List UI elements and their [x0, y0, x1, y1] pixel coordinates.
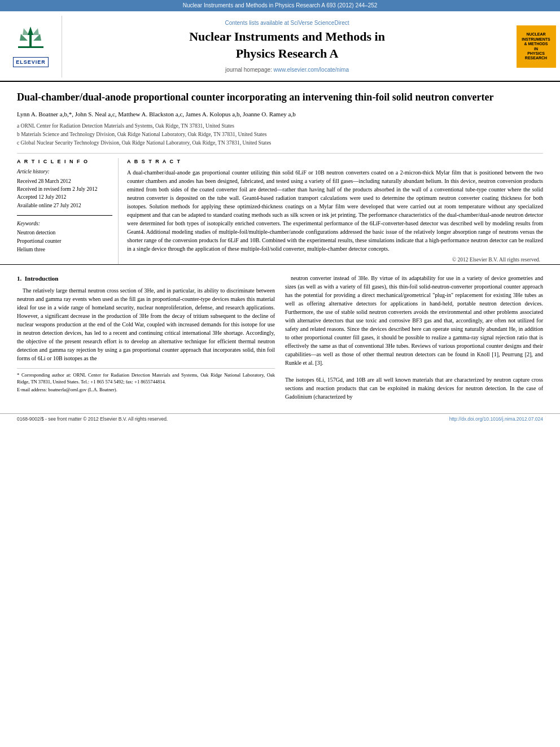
history-label: Article history: [17, 168, 112, 176]
section1-title: Introduction [25, 275, 59, 282]
svg-marker-5 [23, 28, 29, 35]
copyright-line: © 2012 Elsevier B.V. All rights reserved… [127, 256, 543, 264]
keywords-label: Keywords: [17, 220, 112, 228]
revised-date: Received in revised form 2 July 2012 [17, 186, 112, 193]
keyword-2: Proportional counter [17, 237, 112, 246]
paper-title: Dual-chamber/dual-anode proportional cou… [17, 91, 543, 104]
received-date: Received 28 March 2012 [17, 178, 112, 185]
journal-title-line1: Nuclear Instruments and Methods in [68, 29, 506, 44]
bottom-copyright: 0168-9002/$ - see front matter © 2012 El… [17, 416, 168, 423]
top-bar: Nuclear Instruments and Methods in Physi… [0, 0, 560, 11]
article-info-abstract: A R T I C L E I N F O Article history: R… [17, 153, 543, 264]
journal-badge-block: NUCLEAR INSTRUMENTS & METHODS IN PHYSICS… [512, 16, 560, 77]
elsevier-wordmark: ELSEVIER [13, 57, 49, 68]
journal-badge: NUCLEAR INSTRUMENTS & METHODS IN PHYSICS… [517, 25, 556, 68]
bottom-bar: 0168-9002/$ - see front matter © 2012 El… [0, 413, 560, 425]
journal-header: ELSEVIER Contents lists available at Sci… [0, 11, 560, 82]
bottom-doi[interactable]: http://dx.doi.org/10.1016/j.nima.2012.07… [449, 416, 543, 423]
article-info-label: A R T I C L E I N F O [17, 158, 112, 165]
authors-text: Lynn A. Boatner a,b,*, John S. Neal a,c,… [17, 111, 296, 117]
email-footnote: E-mail address: boatnerla@ornl.gov (L.A.… [17, 387, 275, 394]
paper-section: Dual-chamber/dual-anode proportional cou… [0, 82, 560, 264]
svg-marker-6 [32, 28, 39, 35]
svg-marker-1 [28, 27, 33, 35]
keyword-3: Helium three [17, 246, 112, 254]
sciverse-text: Contents lists available at SciVerse Sci… [68, 19, 506, 27]
svg-rect-0 [18, 46, 43, 48]
homepage-label: journal homepage: [225, 67, 272, 73]
authors-line: Lynn A. Boatner a,b,*, John S. Neal a,c,… [17, 110, 543, 119]
corresponding-footnote: * Corresponding author at: ORNL Center f… [17, 372, 275, 386]
affiliation-c: c Global Nuclear Security Technology Div… [17, 139, 543, 147]
abstract-label: A B S T R A C T [127, 158, 543, 165]
affiliations: a ORNL Center for Radiation Detection Ma… [17, 122, 543, 147]
section1-number: 1. [17, 275, 21, 282]
affiliation-b: b Materials Science and Technology Divis… [17, 130, 543, 138]
body-columns: 1. Introduction The relatively large the… [17, 274, 543, 404]
homepage-url[interactable]: www.elsevier.com/locate/nima [274, 67, 349, 73]
elsevier-logo-block: ELSEVIER [0, 16, 62, 77]
keywords-list: Neutron detection Proportional counter H… [17, 229, 112, 255]
keyword-1: Neutron detection [17, 229, 112, 237]
keywords-section: Keywords: Neutron detection Proportional… [17, 220, 112, 255]
section1-left-text: The relatively large thermal neutron cro… [17, 286, 275, 362]
journal-title-block: Contents lists available at SciVerse Sci… [62, 16, 512, 77]
badge-text: NUCLEAR INSTRUMENTS & METHODS IN PHYSICS… [522, 32, 550, 60]
main-body: 1. Introduction The relatively large the… [0, 264, 560, 413]
body-col-left: 1. Introduction The relatively large the… [17, 274, 275, 404]
article-history: Article history: Received 28 March 2012 … [17, 168, 112, 209]
section1-right-text: neutron converter instead of 3He. By vir… [285, 274, 543, 401]
divider [17, 215, 112, 216]
journal-citation: Nuclear Instruments and Methods in Physi… [183, 2, 378, 8]
accepted-date: Accepted 12 July 2012 [17, 194, 112, 201]
elsevier-tree-icon [15, 24, 46, 55]
available-online-date: Available online 27 July 2012 [17, 202, 112, 209]
body-col-right: neutron converter instead of 3He. By vir… [285, 274, 543, 404]
abstract-text: A dual-chamber/dual-anode gas proportion… [127, 168, 543, 253]
svg-rect-2 [29, 35, 32, 46]
abstract-column: A B S T R A C T A dual-chamber/dual-anod… [127, 158, 543, 264]
article-info-column: A R T I C L E I N F O Article history: R… [17, 158, 119, 264]
affiliation-a: a ORNL Center for Radiation Detection Ma… [17, 122, 543, 130]
journal-title-line2: Physics Research A [68, 45, 506, 63]
section1-heading: 1. Introduction [17, 274, 275, 283]
journal-homepage: journal homepage: www.elsevier.com/locat… [68, 66, 506, 74]
footnotes: * Corresponding author at: ORNL Center f… [17, 368, 275, 394]
